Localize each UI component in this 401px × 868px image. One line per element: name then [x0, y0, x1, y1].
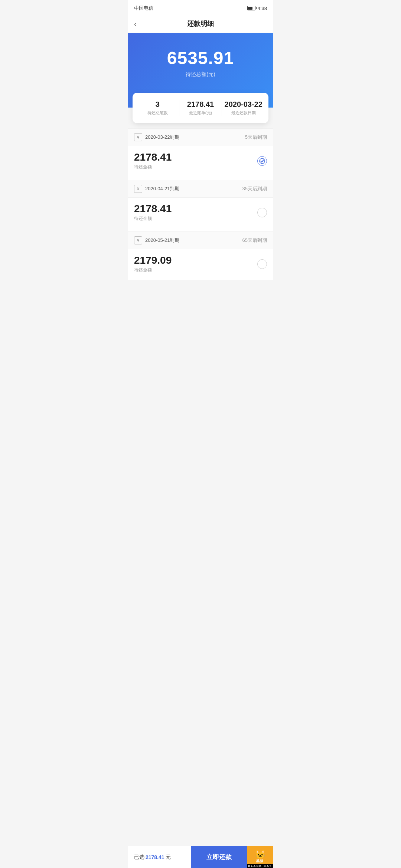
bill-header-left-2: ¥ 2020-04-21到期 [134, 185, 180, 193]
summary-item-count: 3 待还总笔数 [136, 100, 179, 116]
bill-checkbox-3[interactable] [257, 259, 267, 269]
latest-bill-value: 2178.41 [179, 100, 222, 109]
page-title: 还款明细 [187, 19, 214, 28]
bill-list: ¥ 2020-03-22到期 5天后到期 2178.41 待还金额 ¥ 2020… [128, 128, 273, 280]
summary-item-latest-date: 2020-03-22 最近还款日期 [222, 100, 265, 116]
bill-body-3: 2179.09 待还金额 [128, 249, 273, 280]
latest-date-value: 2020-03-22 [222, 100, 265, 109]
total-amount: 6535.91 [136, 48, 265, 68]
time-text: 4:38 [258, 6, 267, 11]
bill-amount-3: 2179.09 [134, 254, 172, 266]
latest-date-label: 最近还款日期 [222, 110, 265, 116]
bill-date-2: 2020-04-21到期 [145, 185, 180, 192]
bill-amount-1: 2178.41 [134, 151, 172, 163]
back-button[interactable]: ‹ [134, 20, 137, 28]
bill-due-3: 65天后到期 [242, 237, 267, 244]
pending-count-value: 3 [136, 100, 179, 109]
bill-amount-label-3: 待还金额 [134, 267, 172, 273]
bill-amount-label-2: 待还金额 [134, 216, 172, 222]
bill-header-3: ¥ 2020-05-21到期 65天后到期 [128, 231, 273, 249]
bill-item-2[interactable]: ¥ 2020-04-21到期 35天后到期 2178.41 待还金额 [128, 180, 273, 228]
bill-date-1: 2020-03-22到期 [145, 134, 180, 141]
nav-bar: ‹ 还款明细 [128, 15, 273, 33]
bill-due-1: 5天后到期 [245, 134, 267, 141]
bill-amount-wrap-2: 2178.41 待还金额 [134, 203, 172, 222]
yuan-icon-1: ¥ [134, 133, 142, 141]
bill-amount-2: 2178.41 [134, 203, 172, 215]
bill-checkbox-2[interactable] [257, 208, 267, 217]
bill-amount-label-1: 待还金额 [134, 164, 172, 170]
bill-due-2: 35天后到期 [242, 185, 267, 192]
bill-checkbox-1[interactable] [257, 156, 267, 166]
bill-header-left-1: ¥ 2020-03-22到期 [134, 133, 180, 141]
bill-header-left-3: ¥ 2020-05-21到期 [134, 236, 180, 244]
bill-amount-wrap-1: 2178.41 待还金额 [134, 151, 172, 170]
bill-item-3[interactable]: ¥ 2020-05-21到期 65天后到期 2179.09 待还金额 [128, 231, 273, 280]
bill-amount-wrap-3: 2179.09 待还金额 [134, 254, 172, 273]
yuan-icon-3: ¥ [134, 236, 142, 244]
bill-body-1: 2178.41 待还金额 [128, 146, 273, 177]
bill-header-2: ¥ 2020-04-21到期 35天后到期 [128, 180, 273, 198]
bill-item-1[interactable]: ¥ 2020-03-22到期 5天后到期 2178.41 待还金额 [128, 128, 273, 177]
bill-date-3: 2020-05-21到期 [145, 237, 180, 244]
status-right: 4:38 [247, 6, 267, 11]
yuan-icon-2: ¥ [134, 185, 142, 193]
carrier-text: 中国电信 [134, 5, 153, 11]
latest-bill-label: 最近账单(元) [179, 110, 222, 116]
bill-body-2: 2178.41 待还金额 [128, 198, 273, 228]
battery-icon [247, 6, 255, 10]
total-amount-label: 待还总额(元) [136, 71, 265, 78]
summary-card: 3 待还总笔数 2178.41 最近账单(元) 2020-03-22 最近还款日… [133, 93, 268, 123]
bill-header-1: ¥ 2020-03-22到期 5天后到期 [128, 128, 273, 146]
status-bar: 中国电信 4:38 [128, 0, 273, 15]
pending-count-label: 待还总笔数 [136, 110, 179, 116]
summary-item-latest-bill: 2178.41 最近账单(元) [179, 100, 222, 116]
